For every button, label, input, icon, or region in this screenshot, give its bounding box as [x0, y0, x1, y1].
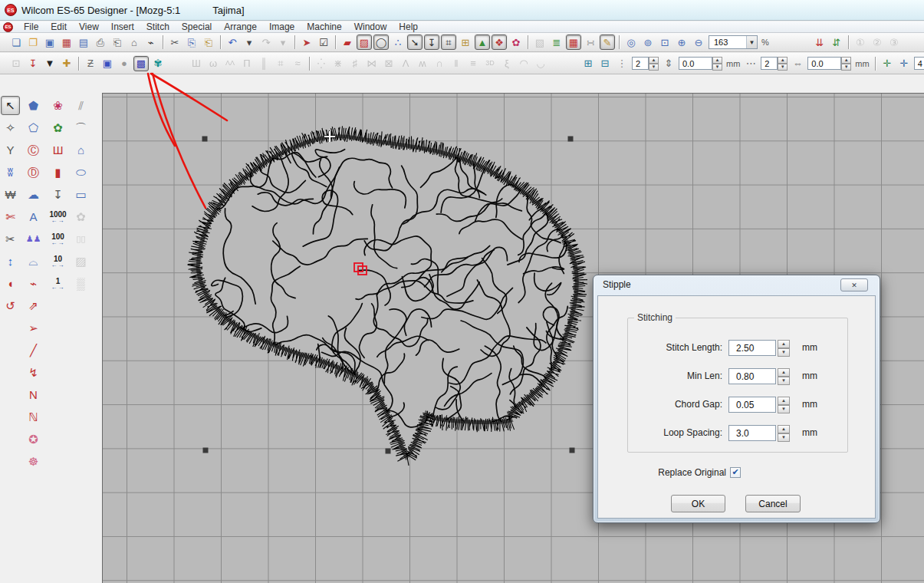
spinner-control[interactable]: ▲▼	[649, 57, 659, 70]
auto-select-icon[interactable]: ☑	[316, 35, 331, 50]
needle-points-button[interactable]: ↧	[424, 35, 439, 50]
spinner-control[interactable]: ▲▼	[778, 57, 788, 70]
bolt-run-tool[interactable]: ↯	[24, 363, 43, 382]
rectangle-tool[interactable]: ▭	[71, 185, 90, 204]
mirror-merge-tool[interactable]: ❀	[48, 96, 67, 115]
value-field[interactable]: 2	[632, 57, 649, 70]
col-spacing-icon[interactable]: ⇔	[790, 56, 805, 71]
outline-shape-icon[interactable]: ✾	[150, 56, 166, 71]
thread-colors-icon[interactable]: ≣	[549, 35, 564, 50]
value-field[interactable]: 0.0	[679, 57, 712, 70]
add-points-2-icon[interactable]: ✛	[896, 56, 912, 71]
stitch-cursor-icon[interactable]: ➤	[299, 35, 314, 50]
insert-design-icon[interactable]: ▤	[76, 35, 91, 50]
zoom-in-icon[interactable]: ⊕	[674, 35, 689, 50]
open-design-icon[interactable]: ❐	[25, 35, 41, 50]
selection-handle[interactable]	[386, 449, 391, 454]
ok-button[interactable]: OK	[671, 495, 725, 512]
replace-original-checkbox[interactable]: ✔	[730, 467, 741, 478]
rotate-tool[interactable]: ↺	[1, 296, 20, 315]
value-field[interactable]: 0.0	[807, 57, 841, 70]
cancel-button[interactable]: Cancel	[745, 495, 801, 512]
row-spacing-icon[interactable]: ⇕	[661, 56, 676, 71]
new-design-icon[interactable]: ❏	[8, 35, 24, 50]
zigzag-run-tool[interactable]: Ш	[48, 140, 67, 160]
add-point-icon[interactable]: ✚	[59, 56, 74, 71]
spinner-control[interactable]: ▲▼	[778, 425, 790, 441]
insert-stitch-icon[interactable]: ↧	[25, 56, 41, 71]
add-points-icon[interactable]: ✛	[880, 56, 895, 71]
zoom-1to1-icon[interactable]: ⊚	[640, 35, 656, 50]
line-run-tool[interactable]: ╱	[24, 341, 43, 360]
selection-handle[interactable]	[568, 137, 574, 142]
spinner-control[interactable]: ▲▼	[778, 397, 790, 413]
n-satin-tool[interactable]: ℕ	[24, 407, 43, 427]
eyelet-tool[interactable]: ☸	[24, 452, 43, 471]
dot-fill-icon[interactable]: ●	[117, 56, 132, 71]
complex-fill-tool[interactable]: ⌂	[71, 140, 90, 160]
hoop-ruler-icon[interactable]: ⊞	[458, 35, 473, 50]
branch-tool[interactable]: ✿	[48, 118, 67, 137]
document-icon[interactable]: ES	[3, 22, 13, 32]
regenerate-icon[interactable]: ⇵	[829, 35, 844, 50]
design-target-tool[interactable]: Ⓓ	[24, 163, 43, 182]
stitch-length-input[interactable]: 2.50	[728, 340, 776, 356]
color-film-button[interactable]: ▦	[566, 35, 581, 50]
spinner-control[interactable]: ▲▼	[712, 57, 722, 70]
stitch-width-tool[interactable]: ₩	[1, 185, 20, 204]
connect-machine-icon[interactable]: ⌁	[143, 35, 159, 50]
menu-window[interactable]: Window	[348, 21, 393, 33]
value-field[interactable]: 4	[914, 57, 924, 70]
arc-tool[interactable]: ⌒	[71, 118, 90, 137]
min-len-input[interactable]: 0.80	[728, 368, 776, 384]
menu-image[interactable]: Image	[263, 21, 301, 33]
chord-gap-input[interactable]: 0.05	[728, 397, 776, 413]
spinner-control[interactable]: ▲▼	[778, 368, 790, 384]
menu-view[interactable]: View	[73, 21, 105, 33]
lettering-tool[interactable]: A	[24, 207, 43, 226]
figure-pair-tool[interactable]: ♟♟	[24, 229, 43, 249]
align-vertical-icon[interactable]: ⊟	[597, 56, 613, 71]
polygon-select-tool[interactable]: ✧	[1, 118, 20, 137]
stitch-sequence-icon[interactable]: ∺	[583, 35, 598, 50]
measure-tool[interactable]: ⌁	[24, 274, 43, 293]
menu-arrange[interactable]: Arrange	[218, 21, 263, 33]
parallel-weave-tool[interactable]: ⫽	[71, 96, 90, 115]
show-outlines-button[interactable]: ◯	[373, 35, 389, 50]
chevron-down-icon[interactable]: ▼	[746, 36, 757, 48]
show-vectors-button[interactable]: ❖	[492, 35, 507, 50]
selection-handle[interactable]	[203, 448, 209, 453]
jump-stitch-tool[interactable]: ⇗	[24, 296, 43, 315]
save-design-icon[interactable]: ▣	[42, 35, 58, 50]
ellipse-tool[interactable]: ⬭	[71, 163, 90, 182]
stitch-edit-icon[interactable]: ▼	[42, 56, 58, 71]
align-horizontal-icon[interactable]: ⊞	[580, 56, 596, 71]
menu-stitch[interactable]: Stitch	[140, 21, 176, 33]
open-object-tool[interactable]: Y	[1, 140, 20, 160]
menu-insert[interactable]: Insert	[105, 21, 140, 33]
value-field[interactable]: 2	[761, 57, 778, 70]
buttonhole-tool[interactable]: ✪	[24, 430, 43, 449]
cut-stitch-tool[interactable]: ✂	[1, 229, 20, 249]
spacing-dots-icon[interactable]: ⋮	[614, 56, 630, 71]
run-stitch-tool[interactable]: ʬ	[1, 163, 20, 182]
menu-file[interactable]: File	[18, 21, 44, 33]
stitch-machine-icon[interactable]: ⌂	[127, 35, 142, 50]
nudge-tool[interactable]: ↕	[1, 252, 20, 271]
undo-dropdown-icon[interactable]: ▾	[242, 35, 257, 50]
spinner-control[interactable]: ▲▼	[778, 340, 790, 356]
menu-edit[interactable]: Edit	[44, 21, 73, 33]
arrow-run-tool[interactable]: ➢	[24, 318, 43, 338]
menu-special[interactable]: Special	[176, 21, 218, 33]
loop-spacing-input[interactable]: 3.0	[728, 425, 776, 441]
zoom-combobox[interactable]: 163▼	[709, 35, 758, 49]
show-bitmap-button[interactable]: ▲	[475, 35, 490, 50]
stitch-patch-icon[interactable]: ▰	[340, 35, 355, 50]
column-tool[interactable]: ▮	[48, 163, 67, 182]
penetration-tool[interactable]: ↧	[48, 185, 67, 204]
selection-handle[interactable]	[202, 137, 208, 142]
pointer-mode-button[interactable]: ➘	[407, 35, 423, 50]
show-grid-button[interactable]: ⌗	[441, 35, 456, 50]
show-stitches-button[interactable]: ▨	[357, 35, 372, 50]
print-preview-icon[interactable]: ⎗	[110, 35, 125, 50]
